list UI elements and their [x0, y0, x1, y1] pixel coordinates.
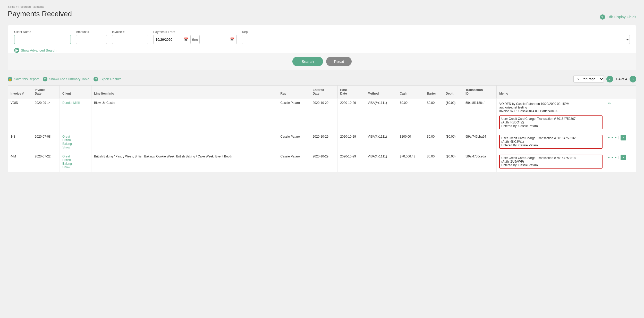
cell-invoice-date: 2020-07-08: [32, 132, 60, 152]
payments-from-input[interactable]: [154, 36, 182, 43]
breadcrumb: Billing » Recorded Payments: [8, 5, 636, 8]
amount-input[interactable]: [76, 35, 107, 44]
invoice-group: Invoice #: [112, 30, 148, 44]
calendar-from-icon[interactable]: 📅: [182, 37, 190, 41]
edit-display-button[interactable]: ✎ Edit Display Fields: [600, 12, 636, 22]
col-invoice: Invoice #: [8, 86, 32, 98]
cell-row-actions: • • • | ✓: [605, 132, 636, 152]
payments-thru-input[interactable]: [200, 36, 228, 43]
amount-label: Amount $: [76, 30, 107, 34]
cell-barter: $0.00: [424, 152, 443, 172]
cell-transaction-id: 5f9af8f1188af: [463, 98, 496, 132]
cell-post-date: 2020-10-29: [337, 132, 365, 152]
cell-memo: VOIDED by Cassie Pataro on 10/29/2020 02…: [497, 98, 605, 132]
col-entered-date: EnteredDate: [310, 86, 337, 98]
col-line-item: Line Item Info: [91, 86, 278, 98]
next-page-button[interactable]: ›: [630, 76, 636, 82]
search-actions-bar: Search Reset: [8, 53, 636, 70]
amount-group: Amount $: [76, 30, 107, 44]
cell-entered-date: 2020-10-29: [310, 98, 337, 132]
cell-memo: User Credit Card Charge, Transaction # 6…: [497, 132, 605, 152]
table-row: 1-S 2020-07-08 GreatBritishBakingShow Ca…: [8, 132, 636, 152]
payments-table: Invoice # InvoiceDate Client Line Item I…: [8, 85, 636, 172]
show-hide-button[interactable]: ⊙ Show/Hide Summary Table: [43, 77, 94, 81]
edit-pencil-button[interactable]: ✏: [608, 101, 611, 106]
client-link[interactable]: GreatBritishBakingShow: [62, 135, 72, 149]
cell-line-item: British Baking / Pastry Week, British Ba…: [91, 152, 278, 172]
cell-invoice-date: 2020-09-14: [32, 98, 60, 132]
cell-line-item: Blow Up Castle: [91, 98, 278, 132]
payments-from-group: Payments From 📅 thru 📅: [153, 30, 237, 44]
advanced-search-toggle[interactable]: ▶ Show Advanced Search: [14, 48, 56, 53]
invoice-input[interactable]: [112, 35, 148, 44]
more-options-button[interactable]: • • •: [608, 135, 617, 140]
check-button[interactable]: ✓: [621, 135, 626, 140]
cell-memo: User Credit Card Charge, Transaction # 6…: [497, 152, 605, 172]
cell-barter: $0.00: [424, 132, 443, 152]
table-icon: ⊙: [43, 77, 47, 81]
cell-post-date: 2020-10-29: [337, 152, 365, 172]
prev-page-button[interactable]: ‹: [606, 76, 613, 82]
pagination-area: 25 Per Page 50 Per Page 100 Per Page ‹ 1…: [573, 75, 636, 83]
row-actions: • • • | ✓: [608, 135, 633, 140]
cell-rep: Cassie Pataro: [278, 152, 310, 172]
cell-line-item: [91, 132, 278, 152]
cell-post-date: 2020-10-29: [337, 98, 365, 132]
client-link[interactable]: GreatBritishBakingShow: [62, 155, 72, 169]
col-transaction-id: TransactionID: [463, 86, 496, 98]
cell-client: GreatBritishBakingShow: [60, 152, 91, 172]
memo-highlight: User Credit Card Charge, Transaction # 6…: [499, 135, 603, 149]
export-button[interactable]: ⊕ Export Results: [94, 77, 126, 81]
cell-client: GreatBritishBakingShow: [60, 132, 91, 152]
col-post-date: PostDate: [337, 86, 365, 98]
col-client: Client: [60, 86, 91, 98]
cell-invoice-date: 2020-07-22: [32, 152, 60, 172]
rep-label: Rep: [242, 30, 630, 34]
check-button[interactable]: ✓: [621, 155, 626, 160]
calendar-thru-icon[interactable]: 📅: [228, 37, 236, 41]
table-row: 4-M 2020-07-22 GreatBritishBakingShow Br…: [8, 152, 636, 172]
memo-highlight: User Credit Card Charge, Transaction # 6…: [499, 155, 603, 169]
plus-icon: ▶: [14, 48, 19, 53]
cell-debit: ($0.00): [443, 132, 463, 152]
col-method: Method: [365, 86, 397, 98]
cell-row-actions: ✏: [605, 98, 636, 132]
memo-top: VOIDED by Cassie Pataro on 10/29/2020 02…: [499, 101, 603, 114]
col-rep: Rep: [278, 86, 310, 98]
more-options-button[interactable]: • • •: [608, 155, 617, 160]
table-row: VOID 2020-09-14 Dunder Mifflin Blow Up C…: [8, 98, 636, 132]
reset-button[interactable]: Reset: [326, 57, 352, 66]
payments-thru-date-wrap: 📅: [199, 35, 237, 44]
cell-cash: $0.00: [397, 98, 424, 132]
memo-highlight: User Credit Card Charge, Transaction # 6…: [499, 115, 603, 129]
export-icon: ⊕: [94, 77, 98, 81]
client-link[interactable]: Dunder Mifflin: [62, 101, 81, 105]
payments-from-date-wrap: 📅: [153, 35, 191, 44]
save-report-button[interactable]: 🔒 Save this Report: [8, 77, 43, 81]
cell-transaction-id: 5f9af746bba94: [463, 132, 496, 152]
row-actions: • • • | ✓: [608, 155, 633, 160]
pencil-icon: ✎: [600, 14, 605, 20]
payments-from-label: Payments From: [153, 30, 237, 34]
col-memo: Memo: [497, 86, 605, 98]
cell-row-actions: • • • | ✓: [605, 152, 636, 172]
invoice-label: Invoice #: [112, 30, 148, 34]
rep-select[interactable]: — All Cassie Pataro: [242, 35, 630, 44]
cell-cash: $70,006.43: [397, 152, 424, 172]
col-actions: [605, 86, 636, 98]
cell-barter: $0.00: [424, 98, 443, 132]
cell-method: VISA(#x1111): [365, 98, 397, 132]
client-name-input[interactable]: [14, 35, 71, 44]
cell-debit: ($0.00): [443, 152, 463, 172]
cell-debit: ($0.00): [443, 98, 463, 132]
cell-cash: $100.00: [397, 132, 424, 152]
thru-label: thru: [192, 38, 198, 41]
col-barter: Barter: [424, 86, 443, 98]
cell-entered-date: 2020-10-29: [310, 132, 337, 152]
client-name-label: Client Name: [14, 30, 71, 34]
per-page-select[interactable]: 25 Per Page 50 Per Page 100 Per Page: [573, 75, 604, 83]
page-title: Payments Received: [8, 10, 636, 18]
search-button[interactable]: Search: [292, 57, 323, 66]
col-invoice-date: InvoiceDate: [32, 86, 60, 98]
cell-method: VISA(#x1111): [365, 132, 397, 152]
